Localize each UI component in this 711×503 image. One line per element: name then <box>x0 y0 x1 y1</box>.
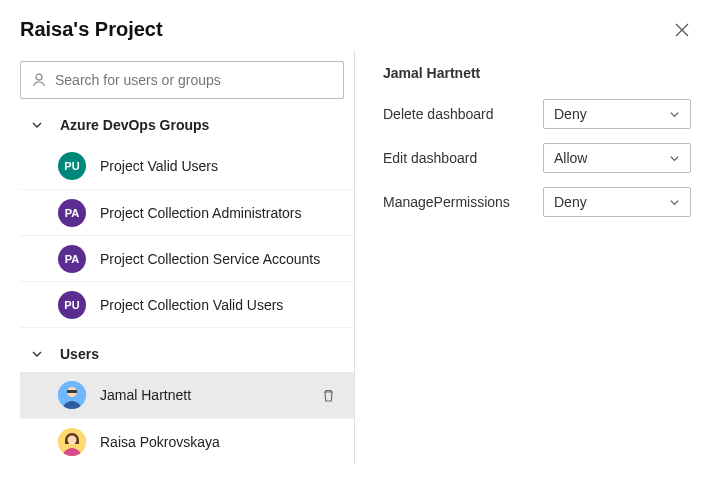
list-item[interactable]: PU Project Valid Users <box>20 143 354 189</box>
detail-title: Jamal Hartnett <box>383 65 691 81</box>
list-item[interactable]: PA Project Collection Administrators <box>20 189 354 235</box>
section-users-label: Users <box>60 346 99 362</box>
page-title: Raisa's Project <box>20 18 163 41</box>
section-groups-label: Azure DevOps Groups <box>60 117 209 133</box>
list-item[interactable]: PA Project Collection Service Accounts <box>20 235 354 281</box>
search-input-wrapper[interactable] <box>20 61 344 99</box>
list-item[interactable]: PU Project Collection Valid Users <box>20 281 354 327</box>
user-name: Raisa Pokrovskaya <box>100 434 354 450</box>
permission-select[interactable]: Allow <box>543 143 691 173</box>
avatar: PA <box>58 199 86 227</box>
list-item[interactable]: Raisa Pokrovskaya <box>20 418 354 464</box>
avatar: PA <box>58 245 86 273</box>
permission-select[interactable]: Deny <box>543 187 691 217</box>
avatar <box>58 381 86 409</box>
permission-select[interactable]: Deny <box>543 99 691 129</box>
close-icon[interactable] <box>673 21 691 39</box>
permission-label: Delete dashboard <box>383 106 543 122</box>
svg-point-4 <box>68 435 77 444</box>
permission-value: Deny <box>554 106 587 122</box>
group-name: Project Collection Valid Users <box>100 297 354 313</box>
chevron-down-icon[interactable] <box>30 118 44 132</box>
search-input[interactable] <box>55 72 333 88</box>
chevron-down-icon[interactable] <box>30 347 44 361</box>
permission-label: Edit dashboard <box>383 150 543 166</box>
group-name: Project Collection Administrators <box>100 205 354 221</box>
chevron-down-icon <box>669 153 680 164</box>
trash-icon[interactable] <box>321 388 336 403</box>
chevron-down-icon <box>669 197 680 208</box>
chevron-down-icon <box>669 109 680 120</box>
svg-point-0 <box>36 74 42 80</box>
list-item[interactable]: Jamal Hartnett <box>20 372 354 418</box>
avatar: PU <box>58 152 86 180</box>
user-name: Jamal Hartnett <box>100 387 321 403</box>
group-name: Project Collection Service Accounts <box>100 251 354 267</box>
avatar: PU <box>58 291 86 319</box>
group-name: Project Valid Users <box>100 158 354 174</box>
permission-label: ManagePermissions <box>383 194 543 210</box>
permission-value: Allow <box>554 150 587 166</box>
avatar <box>58 428 86 456</box>
person-icon <box>31 72 47 88</box>
permission-value: Deny <box>554 194 587 210</box>
